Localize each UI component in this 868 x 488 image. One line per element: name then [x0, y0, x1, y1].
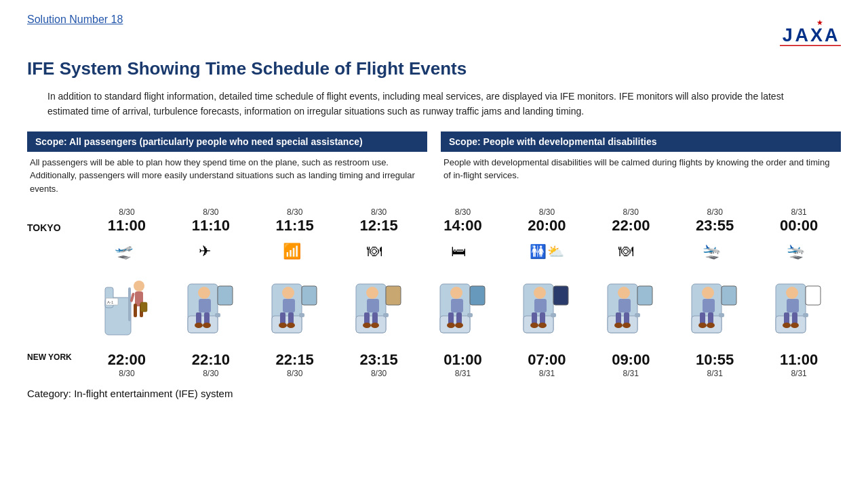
svg-rect-54: [367, 299, 379, 312]
svg-rect-62: [470, 286, 485, 305]
svg-point-78: [538, 323, 547, 328]
svg-text:✈: ✈: [199, 243, 211, 260]
bottom-col-7: 10:55 8/31: [673, 351, 757, 378]
sleep-icon: 🛏: [451, 241, 475, 260]
svg-point-73: [534, 287, 546, 299]
icon-cell-3: 🍽: [337, 237, 421, 264]
seat-cell-7: [673, 267, 757, 348]
seat-svg-8: [774, 274, 823, 342]
seat-cell-4: [421, 267, 505, 348]
svg-point-98: [707, 323, 715, 328]
bottom-col-6: 09:00 8/31: [589, 351, 673, 378]
svg-rect-40: [272, 316, 302, 333]
bottom-times: 22:00 8/3022:10 8/3022:15 8/3023:15 8/30…: [85, 351, 841, 378]
date-top-0: 8/30: [85, 207, 169, 217]
seat-svg-6: [606, 274, 655, 342]
scope-right-header: Scope: People with developmental disabil…: [441, 131, 841, 152]
svg-point-48: [287, 323, 295, 328]
time-col-top-0: 8/30 11:00: [85, 207, 169, 235]
time-bottom-2: 22:15: [253, 351, 337, 369]
scope-right-body: People with developmental disabilities w…: [441, 156, 841, 182]
time-bottom-0: 22:00: [85, 351, 169, 369]
lav-icon: 🚻⛅: [530, 241, 564, 260]
svg-text:🛬: 🛬: [787, 242, 806, 260]
svg-rect-72: [553, 286, 568, 305]
svg-rect-60: [440, 316, 470, 333]
svg-text:🍽: 🍽: [618, 243, 633, 260]
date-top-3: 8/30: [337, 207, 421, 217]
date-bottom-5: 8/31: [505, 369, 589, 378]
time-top-3: 12:15: [337, 217, 421, 235]
svg-point-107: [783, 323, 791, 328]
bottom-col-3: 23:15 8/30: [337, 351, 421, 378]
time-bottom-4: 01:00: [421, 351, 505, 369]
svg-text:⛅: ⛅: [547, 243, 564, 260]
time-col-top-4: 8/30 14:00: [421, 207, 505, 235]
time-col-top-2: 8/30 11:15: [253, 207, 337, 235]
newyork-row: NEW YORK 22:00 8/3022:10 8/3022:15 8/302…: [27, 351, 841, 378]
svg-point-53: [366, 287, 378, 299]
time-col-top-7: 8/30 23:55: [673, 207, 757, 235]
svg-text:★: ★: [816, 18, 823, 26]
svg-rect-82: [637, 286, 652, 305]
time-bottom-3: 23:15: [337, 351, 421, 369]
seat-svg-0: A-1: [102, 274, 151, 342]
icon-cols: 🛫✈📶🍽🛏🚻⛅🍽🛬🛬: [85, 237, 841, 264]
svg-rect-28: [140, 302, 147, 312]
time-columns-top: 8/30 11:008/30 11:108/30 11:158/30 12:15…: [85, 207, 841, 235]
svg-rect-30: [188, 316, 218, 333]
svg-rect-104: [787, 299, 799, 312]
date-bottom-6: 8/31: [589, 369, 673, 378]
svg-point-58: [371, 323, 379, 328]
seat-svg-4: [439, 274, 488, 342]
arrive-icon: 🛬: [787, 241, 811, 260]
svg-rect-71: [551, 313, 556, 317]
date-bottom-7: 8/31: [673, 369, 757, 378]
solution-number-link[interactable]: Solution Number 18: [27, 14, 123, 26]
icons-row: 🛫✈📶🍽🛏🚻⛅🍽🛬🛬: [27, 237, 841, 264]
seat-cell-5: [505, 267, 589, 348]
bottom-col-0: 22:00 8/30: [85, 351, 169, 378]
date-bottom-2: 8/30: [253, 369, 337, 378]
time-top-2: 11:15: [253, 217, 337, 235]
svg-point-33: [198, 287, 210, 299]
seat-svg-1: [186, 274, 235, 342]
svg-point-67: [447, 323, 455, 328]
svg-text:🚻: 🚻: [530, 243, 547, 260]
scope-row: Scope: All passengers (particularly peop…: [27, 131, 841, 196]
time-bottom-6: 09:00: [589, 351, 673, 369]
date-top-5: 8/30: [505, 207, 589, 217]
svg-rect-94: [703, 299, 715, 312]
seat-cell-8: [757, 267, 841, 348]
seat-cell-2: [253, 267, 337, 348]
date-top-1: 8/30: [169, 207, 253, 217]
takeoff-icon: ✈: [199, 241, 223, 260]
meal2-icon: 🍽: [618, 241, 643, 260]
time-col-top-8: 8/31 00:00: [757, 207, 841, 235]
svg-point-83: [618, 287, 630, 299]
svg-rect-101: [803, 313, 808, 317]
svg-point-22: [134, 281, 144, 291]
time-bottom-8: 11:00: [757, 351, 841, 369]
svg-rect-32: [218, 286, 233, 305]
date-top-8: 8/31: [757, 207, 841, 217]
svg-rect-27: [140, 293, 143, 302]
icon-cell-6: 🍽: [589, 237, 673, 264]
land-icon: 🛬: [703, 241, 727, 260]
seat-row: A-1: [27, 267, 841, 348]
date-bottom-0: 8/30: [85, 369, 169, 378]
description-text: In addition to standard flight informati…: [47, 89, 793, 119]
meal-icon: 🍽: [367, 241, 391, 260]
time-top-1: 11:10: [169, 217, 253, 235]
time-col-top-1: 8/30 11:10: [169, 207, 253, 235]
svg-point-57: [363, 323, 371, 328]
svg-rect-70: [524, 316, 553, 333]
svg-point-68: [455, 323, 463, 328]
svg-point-103: [786, 287, 798, 299]
category-footer: Category: In-flight entertainment (IFE) …: [27, 388, 841, 399]
svg-rect-34: [199, 299, 211, 312]
svg-rect-100: [776, 316, 806, 333]
svg-point-47: [279, 323, 287, 328]
seat-cell-0: A-1: [85, 267, 169, 348]
svg-point-37: [195, 323, 203, 328]
